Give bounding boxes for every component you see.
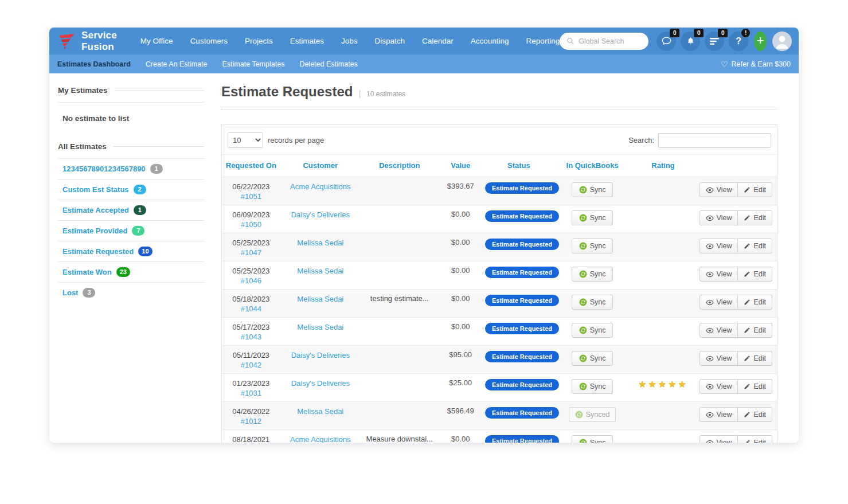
value-cell: $0.00 <box>439 318 483 346</box>
chat-icon-button[interactable]: 0 <box>656 32 676 51</box>
records-per-page-select[interactable]: 10 <box>228 132 263 148</box>
menu-item-my-office[interactable]: My Office <box>140 37 173 45</box>
help-icon-button[interactable]: ?! <box>729 32 748 51</box>
status-link-custom-est-status[interactable]: Custom Est Status <box>62 185 129 194</box>
subnav-item-estimate-templates[interactable]: Estimate Templates <box>222 60 285 68</box>
view-button[interactable]: View <box>699 435 738 443</box>
user-avatar[interactable] <box>772 32 792 51</box>
customer-link[interactable]: Melissa Sedai <box>297 407 343 416</box>
edit-button[interactable]: Edit <box>738 379 772 394</box>
global-search-input[interactable] <box>579 37 642 45</box>
customer-link[interactable]: Melissa Sedai <box>297 267 343 275</box>
customer-cell: Melissa Sedai <box>280 318 361 346</box>
tasks-icon-button[interactable]: 0 <box>705 32 724 51</box>
subnav-item-create-an-estimate[interactable]: Create An Estimate <box>146 60 208 68</box>
edit-button[interactable]: Edit <box>738 210 772 225</box>
main-panel: Estimate Requested | 10 estimates 10 rec… <box>221 73 799 443</box>
quickbooks-sync-icon <box>579 242 587 250</box>
status-link-lost[interactable]: Lost <box>62 288 78 297</box>
column-header-rating[interactable]: Rating <box>630 155 696 177</box>
customer-link[interactable]: Melissa Sedai <box>297 295 343 303</box>
sync-button[interactable]: Sync <box>572 351 613 366</box>
subnav-item-deleted-estimates[interactable]: Deleted Estimates <box>299 60 357 68</box>
menu-item-reporting[interactable]: Reporting <box>526 37 560 45</box>
estimate-number-link[interactable]: #1051 <box>241 192 261 201</box>
edit-button[interactable]: Edit <box>738 182 772 197</box>
synced-button[interactable]: Synced <box>569 407 616 422</box>
estimate-number-link[interactable]: #1043 <box>241 333 261 341</box>
edit-button[interactable]: Edit <box>738 295 772 310</box>
view-button-label: View <box>717 270 732 278</box>
view-button[interactable]: View <box>699 323 738 338</box>
menu-item-jobs[interactable]: Jobs <box>341 37 358 45</box>
view-button[interactable]: View <box>699 267 738 282</box>
menu-item-customers[interactable]: Customers <box>190 37 228 45</box>
quickbooks-cell: Sync <box>555 374 630 402</box>
edit-button[interactable]: Edit <box>738 435 772 443</box>
customer-link[interactable]: Daisy's Deliveries <box>291 379 350 388</box>
edit-button[interactable]: Edit <box>738 239 772 253</box>
customer-link[interactable]: Acme Acquisitions <box>290 435 351 443</box>
sync-button[interactable]: Sync <box>572 379 613 394</box>
edit-button[interactable]: Edit <box>738 323 772 338</box>
notifications-icon-button[interactable]: 0 <box>681 32 700 51</box>
global-search[interactable] <box>560 33 648 50</box>
sync-button[interactable]: Sync <box>572 295 613 310</box>
column-header-description[interactable]: Description <box>361 155 439 177</box>
brand[interactable]: Service Fusion <box>58 30 119 53</box>
table-search-input[interactable] <box>658 133 771 148</box>
column-header-status[interactable]: Status <box>483 155 555 177</box>
customer-link[interactable]: Melissa Sedai <box>297 239 343 247</box>
status-link-estimate-requested[interactable]: Estimate Requested <box>62 247 134 256</box>
estimate-number-link[interactable]: #1046 <box>241 276 261 285</box>
view-button[interactable]: View <box>699 351 738 366</box>
eye-icon <box>706 384 714 390</box>
sync-button[interactable]: Sync <box>572 323 613 338</box>
status-link-estimate-accepted[interactable]: Estimate Accepted <box>62 206 129 214</box>
menu-item-calendar[interactable]: Calendar <box>422 37 454 45</box>
estimate-number-link[interactable]: #1031 <box>241 389 261 397</box>
estimate-number-link[interactable]: #1012 <box>241 417 261 425</box>
refer-earn-link[interactable]: ♡ Refer & Earn $300 <box>721 60 791 68</box>
view-button[interactable]: View <box>699 295 738 310</box>
sync-button[interactable]: Sync <box>572 239 613 253</box>
estimate-number-link[interactable]: #1050 <box>241 220 261 229</box>
quickbooks-sync-icon <box>579 439 587 443</box>
sync-button[interactable]: Sync <box>572 210 613 225</box>
status-link-12345678901234567890[interactable]: 12345678901234567890 <box>62 165 146 173</box>
view-button[interactable]: View <box>699 239 738 253</box>
menu-item-projects[interactable]: Projects <box>245 37 273 45</box>
sync-button[interactable]: Sync <box>572 182 613 197</box>
menu-item-estimates[interactable]: Estimates <box>290 37 324 45</box>
estimate-number-link[interactable]: #1042 <box>241 361 261 369</box>
customer-link[interactable]: Melissa Sedai <box>297 323 343 331</box>
view-button[interactable]: View <box>699 182 738 197</box>
edit-button[interactable]: Edit <box>738 351 772 366</box>
customer-link[interactable]: Daisy's Deliveries <box>291 351 350 360</box>
view-button[interactable]: View <box>699 407 738 422</box>
sync-button-label: Sync <box>590 439 606 443</box>
menu-item-accounting[interactable]: Accounting <box>471 37 509 45</box>
sync-button[interactable]: Sync <box>572 435 613 443</box>
customer-link[interactable]: Acme Acquisitions <box>290 182 351 191</box>
search-icon <box>566 37 575 45</box>
customer-link[interactable]: Daisy's Deliveries <box>291 210 350 219</box>
edit-button[interactable]: Edit <box>738 267 772 282</box>
column-header-customer[interactable]: Customer <box>280 155 361 177</box>
status-link-estimate-provided[interactable]: Estimate Provided <box>62 226 127 235</box>
estimate-number-link[interactable]: #1047 <box>241 248 261 257</box>
sync-button[interactable]: Sync <box>572 267 613 282</box>
column-header-in-quickbooks[interactable]: In QuickBooks <box>555 155 630 177</box>
view-button-label: View <box>717 439 732 443</box>
view-button[interactable]: View <box>699 379 738 394</box>
estimate-number-link[interactable]: #1044 <box>241 304 261 313</box>
status-link-estimate-won[interactable]: Estimate Won <box>62 268 112 276</box>
subnav-item-estimates-dashboard[interactable]: Estimates Dashboard <box>57 60 131 68</box>
view-button[interactable]: View <box>699 210 738 225</box>
column-header-value[interactable]: Value <box>439 155 483 177</box>
edit-button[interactable]: Edit <box>738 407 772 422</box>
menu-item-dispatch[interactable]: Dispatch <box>374 37 405 45</box>
quickbooks-sync-icon <box>579 270 587 278</box>
quick-add-button[interactable]: + <box>754 32 767 51</box>
column-header-requested-on[interactable]: Requested On <box>222 155 280 177</box>
